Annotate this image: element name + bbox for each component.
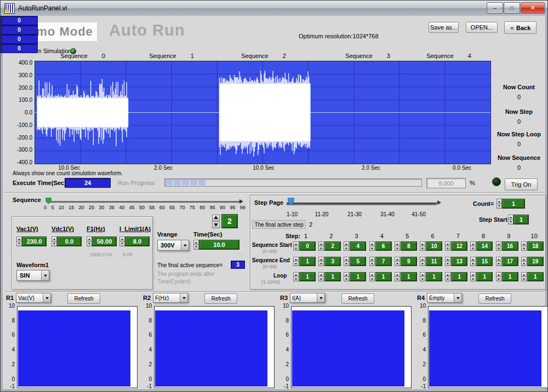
readout-y-tick: 4 (5, 347, 15, 353)
readout-chart-fill (18, 310, 130, 387)
readout-y-tick: 4 (416, 347, 426, 353)
readout-y-tick: 6 (5, 332, 15, 338)
readout-y-tick: 10 (142, 303, 152, 309)
readout-y-tick: 6 (142, 332, 152, 338)
chevron-down-icon (454, 293, 461, 302)
refresh-button[interactable]: Refresh (478, 293, 511, 304)
channel-select[interactable]: Vac(V) (16, 293, 51, 303)
readout-value: 0 (1, 44, 38, 53)
window-title: AutoRunPanel.vi (18, 4, 67, 12)
app-icon (4, 3, 15, 14)
chevron-down-icon (317, 293, 324, 302)
readout-y-tick: -1 (142, 383, 152, 389)
readout-y-tick: 0 (5, 376, 15, 382)
readout-y-tick: 2 (142, 361, 152, 367)
channel-select-value: Vac(V) (16, 293, 43, 302)
readout-y-tick: 0 (279, 376, 289, 382)
channel-select[interactable]: I(A) (290, 293, 325, 303)
refresh-button[interactable]: Refresh (204, 293, 237, 304)
app-window: AutoRunPanel.vi – □ ✕ Demo Mode Auto Run… (0, 0, 548, 392)
readout-y-tick: 2 (416, 361, 426, 367)
readout-y-tick: 0 (142, 376, 152, 382)
readout-y-tick: 6 (279, 332, 289, 338)
readout-y-tick: 10 (416, 303, 426, 309)
readout-y-tick: 0 (416, 376, 426, 382)
readout-chart (291, 306, 412, 388)
titlebar: AutoRunPanel.vi – □ ✕ (1, 1, 547, 16)
readout-y-tick: 10 (279, 303, 289, 309)
readout-chart (154, 306, 275, 388)
channel-select-value: I(A) (290, 293, 317, 302)
readout-y-tick: 10 (5, 303, 15, 309)
readout-y-tick: -1 (5, 383, 15, 389)
readout-value: 0 (1, 34, 38, 44)
window-controls: – □ ✕ (487, 2, 545, 14)
maximize-button[interactable]: □ (504, 2, 520, 14)
readout-y-tick: -1 (416, 383, 426, 389)
readout-name: R4 (417, 295, 425, 301)
readout-chart (428, 306, 548, 388)
readout-value: 0 (1, 16, 38, 25)
readout-y-tick: 8 (279, 318, 289, 324)
readout-y-tick: 2 (5, 361, 15, 367)
readout-chart-fill (155, 310, 267, 387)
readouts-section: R1Vac(V)Refresh01086420-1R2F(Hz)Refresh0… (1, 16, 547, 391)
channel-select-value: F(Hz) (153, 293, 180, 302)
channel-select[interactable]: Empty (427, 293, 462, 303)
refresh-button[interactable]: Refresh (67, 293, 100, 304)
readout-y-tick: 8 (142, 318, 152, 324)
readout-y-tick: 4 (142, 347, 152, 353)
readout-value: 0 (1, 25, 38, 34)
channel-select-value: Empty (427, 293, 454, 302)
chevron-down-icon (180, 293, 187, 302)
readout-chart-fill (292, 310, 404, 387)
refresh-button[interactable]: Refresh (341, 293, 374, 304)
readout-chart-fill (429, 310, 541, 387)
readout-y-tick: 6 (416, 332, 426, 338)
minimize-button[interactable]: – (487, 2, 503, 14)
readout-y-tick: 8 (5, 318, 15, 324)
readout-name: R2 (143, 295, 151, 301)
readout-y-tick: 4 (279, 347, 289, 353)
chevron-down-icon (43, 293, 50, 302)
readout-y-tick: 8 (416, 318, 426, 324)
readout-chart (17, 306, 138, 388)
close-button[interactable]: ✕ (521, 2, 545, 14)
readout-y-tick: -1 (279, 383, 289, 389)
main-panel: Demo Mode Auto Run Optimum resolution:10… (1, 16, 547, 391)
readout-name: R1 (6, 295, 14, 301)
readout-y-tick: 2 (279, 361, 289, 367)
channel-select[interactable]: F(Hz) (153, 293, 188, 303)
readout-name: R3 (280, 295, 288, 301)
